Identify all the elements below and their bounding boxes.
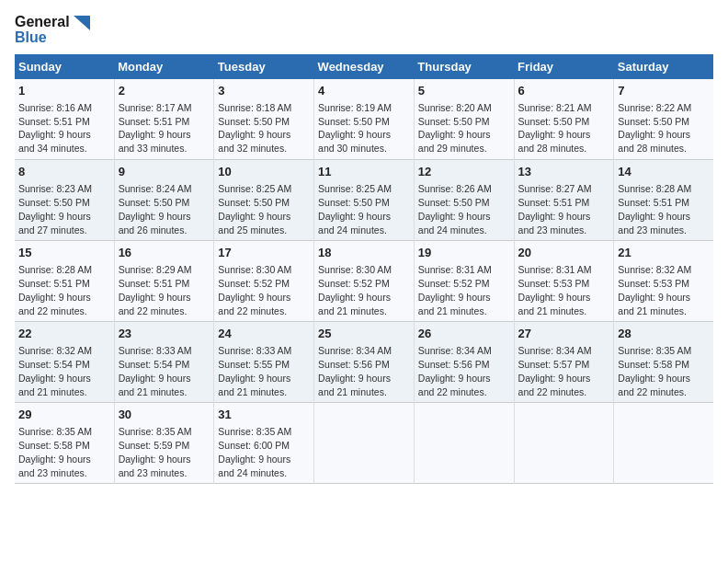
day-number: 14 [618, 164, 710, 180]
calendar-cell: 6Sunrise: 8:21 AM Sunset: 5:50 PM Daylig… [514, 79, 614, 160]
calendar-cell: 28Sunrise: 8:35 AM Sunset: 5:58 PM Dayli… [614, 322, 713, 403]
calendar-cell: 26Sunrise: 8:34 AM Sunset: 5:56 PM Dayli… [414, 322, 514, 403]
calendar-cell: 8Sunrise: 8:23 AM Sunset: 5:50 PM Daylig… [15, 160, 114, 241]
calendar-cell: 7Sunrise: 8:22 AM Sunset: 5:50 PM Daylig… [614, 79, 713, 160]
day-number: 16 [119, 245, 210, 261]
day-info: Sunrise: 8:24 AM Sunset: 5:50 PM Dayligh… [119, 182, 210, 236]
calendar-cell: 16Sunrise: 8:29 AM Sunset: 5:51 PM Dayli… [114, 241, 214, 322]
day-number: 10 [218, 164, 310, 180]
day-info: Sunrise: 8:20 AM Sunset: 5:50 PM Dayligh… [418, 101, 510, 155]
day-info: Sunrise: 8:22 AM Sunset: 5:50 PM Dayligh… [618, 101, 710, 155]
calendar-cell: 3Sunrise: 8:18 AM Sunset: 5:50 PM Daylig… [214, 79, 314, 160]
day-number: 21 [618, 245, 710, 261]
calendar-cell: 12Sunrise: 8:26 AM Sunset: 5:50 PM Dayli… [414, 160, 514, 241]
calendar-cell: 27Sunrise: 8:34 AM Sunset: 5:57 PM Dayli… [514, 322, 614, 403]
calendar-cell: 20Sunrise: 8:31 AM Sunset: 5:53 PM Dayli… [514, 241, 614, 322]
calendar-cell: 5Sunrise: 8:20 AM Sunset: 5:50 PM Daylig… [414, 79, 514, 160]
day-number: 3 [218, 83, 310, 99]
col-header-thursday: Thursday [414, 54, 514, 79]
day-number: 31 [218, 407, 310, 423]
day-number: 19 [418, 245, 510, 261]
day-info: Sunrise: 8:32 AM Sunset: 5:53 PM Dayligh… [618, 263, 710, 317]
day-info: Sunrise: 8:34 AM Sunset: 5:56 PM Dayligh… [418, 344, 510, 398]
day-number: 24 [218, 326, 310, 342]
calendar-cell: 19Sunrise: 8:31 AM Sunset: 5:52 PM Dayli… [414, 241, 514, 322]
calendar-cell: 25Sunrise: 8:34 AM Sunset: 5:56 PM Dayli… [314, 322, 415, 403]
logo-arrow-icon [74, 16, 90, 30]
day-number: 5 [418, 83, 510, 99]
day-info: Sunrise: 8:34 AM Sunset: 5:57 PM Dayligh… [518, 344, 610, 398]
day-info: Sunrise: 8:27 AM Sunset: 5:51 PM Dayligh… [518, 182, 610, 236]
day-number: 12 [418, 164, 510, 180]
calendar-cell [514, 403, 614, 484]
day-number: 18 [318, 245, 410, 261]
day-number: 22 [18, 326, 110, 342]
day-number: 11 [318, 164, 410, 180]
calendar-cell: 30Sunrise: 8:35 AM Sunset: 5:59 PM Dayli… [114, 403, 214, 484]
day-info: Sunrise: 8:31 AM Sunset: 5:52 PM Dayligh… [418, 263, 510, 317]
calendar-cell: 17Sunrise: 8:30 AM Sunset: 5:52 PM Dayli… [214, 241, 314, 322]
calendar-table: SundayMondayTuesdayWednesdayThursdayFrid… [15, 54, 713, 485]
calendar-cell: 13Sunrise: 8:27 AM Sunset: 5:51 PM Dayli… [514, 160, 614, 241]
day-info: Sunrise: 8:16 AM Sunset: 5:51 PM Dayligh… [18, 101, 110, 155]
day-info: Sunrise: 8:35 AM Sunset: 5:58 PM Dayligh… [618, 344, 710, 398]
calendar-cell: 9Sunrise: 8:24 AM Sunset: 5:50 PM Daylig… [114, 160, 214, 241]
svg-marker-0 [74, 16, 90, 30]
day-number: 4 [318, 83, 410, 99]
col-header-tuesday: Tuesday [214, 54, 314, 79]
col-header-monday: Monday [114, 54, 214, 79]
calendar-cell: 21Sunrise: 8:32 AM Sunset: 5:53 PM Dayli… [614, 241, 713, 322]
day-number: 13 [518, 164, 610, 180]
day-number: 7 [618, 83, 710, 99]
col-header-wednesday: Wednesday [314, 54, 415, 79]
calendar-cell: 14Sunrise: 8:28 AM Sunset: 5:51 PM Dayli… [614, 160, 713, 241]
calendar-cell [414, 403, 514, 484]
col-header-sunday: Sunday [15, 54, 114, 79]
day-info: Sunrise: 8:18 AM Sunset: 5:50 PM Dayligh… [218, 101, 310, 155]
calendar-cell: 24Sunrise: 8:33 AM Sunset: 5:55 PM Dayli… [214, 322, 314, 403]
day-info: Sunrise: 8:17 AM Sunset: 5:51 PM Dayligh… [119, 101, 210, 155]
header: General Blue [15, 15, 713, 45]
calendar-cell: 22Sunrise: 8:32 AM Sunset: 5:54 PM Dayli… [15, 322, 114, 403]
calendar-cell: 10Sunrise: 8:25 AM Sunset: 5:50 PM Dayli… [214, 160, 314, 241]
day-info: Sunrise: 8:30 AM Sunset: 5:52 PM Dayligh… [218, 263, 310, 317]
day-number: 17 [218, 245, 310, 261]
day-info: Sunrise: 8:35 AM Sunset: 5:59 PM Dayligh… [119, 425, 210, 479]
col-header-friday: Friday [514, 54, 614, 79]
calendar-cell: 18Sunrise: 8:30 AM Sunset: 5:52 PM Dayli… [314, 241, 415, 322]
calendar-cell [614, 403, 713, 484]
day-info: Sunrise: 8:35 AM Sunset: 6:00 PM Dayligh… [218, 425, 310, 479]
calendar-cell: 29Sunrise: 8:35 AM Sunset: 5:58 PM Dayli… [15, 403, 114, 484]
logo: General Blue [15, 15, 90, 45]
day-info: Sunrise: 8:33 AM Sunset: 5:54 PM Dayligh… [119, 344, 210, 398]
calendar-cell: 31Sunrise: 8:35 AM Sunset: 6:00 PM Dayli… [214, 403, 314, 484]
day-number: 25 [318, 326, 410, 342]
day-info: Sunrise: 8:35 AM Sunset: 5:58 PM Dayligh… [18, 425, 110, 479]
calendar-cell: 15Sunrise: 8:28 AM Sunset: 5:51 PM Dayli… [15, 241, 114, 322]
day-number: 20 [518, 245, 610, 261]
day-info: Sunrise: 8:34 AM Sunset: 5:56 PM Dayligh… [318, 344, 410, 398]
calendar-cell: 23Sunrise: 8:33 AM Sunset: 5:54 PM Dayli… [114, 322, 214, 403]
day-number: 9 [119, 164, 210, 180]
day-number: 2 [119, 83, 210, 99]
day-number: 8 [18, 164, 110, 180]
col-header-saturday: Saturday [614, 54, 713, 79]
day-number: 15 [18, 245, 110, 261]
day-number: 23 [119, 326, 210, 342]
calendar-cell: 4Sunrise: 8:19 AM Sunset: 5:50 PM Daylig… [314, 79, 415, 160]
day-number: 27 [518, 326, 610, 342]
day-info: Sunrise: 8:28 AM Sunset: 5:51 PM Dayligh… [18, 263, 110, 317]
day-info: Sunrise: 8:29 AM Sunset: 5:51 PM Dayligh… [119, 263, 210, 317]
day-number: 28 [618, 326, 710, 342]
day-info: Sunrise: 8:25 AM Sunset: 5:50 PM Dayligh… [318, 182, 410, 236]
day-info: Sunrise: 8:33 AM Sunset: 5:55 PM Dayligh… [218, 344, 310, 398]
day-info: Sunrise: 8:25 AM Sunset: 5:50 PM Dayligh… [218, 182, 310, 236]
day-info: Sunrise: 8:23 AM Sunset: 5:50 PM Dayligh… [18, 182, 110, 236]
day-number: 1 [18, 83, 110, 99]
day-number: 26 [418, 326, 510, 342]
day-info: Sunrise: 8:30 AM Sunset: 5:52 PM Dayligh… [318, 263, 410, 317]
day-number: 6 [518, 83, 610, 99]
day-info: Sunrise: 8:19 AM Sunset: 5:50 PM Dayligh… [318, 101, 410, 155]
day-number: 30 [119, 407, 210, 423]
day-info: Sunrise: 8:31 AM Sunset: 5:53 PM Dayligh… [518, 263, 610, 317]
